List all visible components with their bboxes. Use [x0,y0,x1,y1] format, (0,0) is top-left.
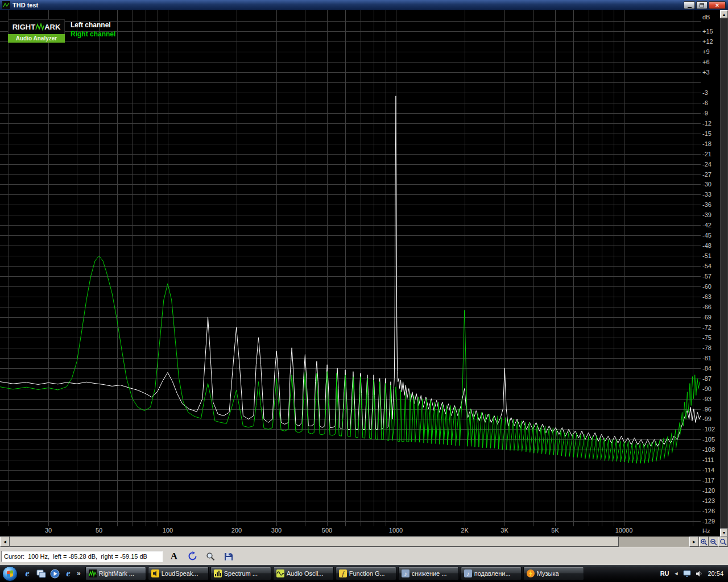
app-icon [2,1,10,9]
db-tick-label: -12 [702,120,712,127]
taskbar-button-spectrum[interactable]: Spectrum ... [210,567,271,580]
zoom-in-button[interactable] [699,537,709,547]
taskbar: e e » RightMark ...LoudSpeak...Spectrum … [0,565,728,582]
zoom-out-icon [710,538,717,546]
taskbar-button-loudspeaker[interactable]: LoudSpeak... [148,567,209,580]
cursor-readout: Cursor: 100 Hz, left = -85.28 dB, right … [1,551,163,562]
quick-launch-overflow-chevron[interactable]: » [77,569,81,577]
task-label: RightMark ... [99,570,134,577]
show-desktop-icon[interactable] [36,568,46,579]
horizontal-scrollbar-thumb[interactable] [10,537,619,547]
scroll-left-button[interactable]: ◄ [0,537,10,547]
db-tick-label: -54 [702,263,712,269]
zoom-tool-button[interactable] [204,550,217,563]
media-player-glyph [50,569,60,579]
taskbar-button-winamp[interactable]: Музыка [523,567,584,580]
minimize-button[interactable] [684,1,695,9]
zoom-reset-button[interactable] [718,537,728,547]
font-button-label: A [171,551,177,562]
freq-tick-label: 1000 [389,527,403,534]
horizontal-scrollbar[interactable] [10,537,689,547]
vertical-scrollbar[interactable]: ▲ ▼ [720,10,728,537]
show-desktop-glyph [36,569,46,578]
svg-text:♪: ♪ [404,571,407,577]
scroll-down-button[interactable]: ▼ [720,529,728,537]
db-tick-label: -126 [702,508,715,514]
quick-launch: e e » [22,568,81,579]
db-tick-label: +9 [702,48,710,55]
taskbar-button-oscilloscope[interactable]: Audio Oscil... [273,567,334,580]
db-tick-label: -102 [702,426,715,433]
zoom-out-button[interactable] [709,537,718,547]
legend: Left channel Right channel [71,20,115,39]
internet-explorer-icon-2[interactable]: e [63,568,73,579]
task-label: Function G... [349,570,385,577]
db-tick-label: -81 [702,355,712,361]
task-label: подавлени... [474,570,511,577]
task-label: LoudSpeak... [162,570,198,577]
horizontal-scroll-row: ◄ ► [0,537,728,547]
language-indicator[interactable]: RU [660,570,669,577]
minimize-icon [688,7,692,8]
titlebar[interactable]: THD test × [0,0,728,10]
db-tick-label: -111 [702,456,714,463]
frequency-axis: 305010020030050010002K3K5K10000 [0,526,701,537]
freq-tick-label: 30 [45,527,52,534]
taskbar-button-audiodoc[interactable]: ♪подавлени... [461,567,522,580]
db-tick-label: -24 [702,161,712,168]
rmaa-icon [89,569,97,577]
task-label: снижение ... [412,570,447,577]
clock[interactable]: 20:54 [708,570,723,577]
volume-icon[interactable] [696,570,703,577]
db-tick-label: -48 [702,242,712,249]
db-tick-label: -27 [702,171,712,178]
refresh-button[interactable] [185,550,199,563]
taskbar-button-funcgen[interactable]: fFunction G... [336,567,396,580]
task-label: Музыка [537,570,559,577]
svg-text:♪: ♪ [466,571,469,577]
legend-right-channel: Right channel [71,30,115,39]
loudspeaker-icon [151,569,159,577]
db-tick-label: -90 [702,385,712,392]
logo-subtitle: Audio Analyzer [8,34,65,43]
spectrum-plot[interactable]: 305010020030050010002K3K5K10000 RIGHT AR… [0,10,701,537]
db-tick-label: -45 [702,232,712,239]
spectrum-icon [214,569,222,577]
db-scale: dB +15+12+9+6+3-3-6-9-12-15-18-21-24-27-… [701,10,728,537]
legend-left-channel: Left channel [71,20,115,30]
db-tick-label: -87 [702,375,712,382]
close-button[interactable]: × [709,1,726,9]
freq-tick-label: 5K [551,527,559,534]
winamp-icon [527,569,535,577]
font-button[interactable]: A [167,550,181,563]
funcgen-icon: f [339,569,347,577]
spectrum-canvas[interactable] [0,10,701,526]
db-tick-label: -51 [702,252,712,259]
save-icon [224,552,233,561]
db-tick-label: -129 [702,518,715,525]
db-tick-label: -42 [702,222,712,228]
db-tick-label: -39 [702,211,712,218]
tray-icon-display[interactable] [683,570,691,577]
db-tick-label: -63 [702,293,712,300]
db-tick-label: -93 [702,396,712,402]
scroll-right-button[interactable]: ► [689,537,699,547]
media-player-icon[interactable] [49,568,60,579]
db-tick-label: -69 [702,314,712,321]
db-tick-label: -3 [702,89,708,96]
audiodoc-icon: ♪ [402,569,410,577]
maximize-button[interactable] [696,1,708,9]
scroll-up-button[interactable]: ▲ [720,10,728,18]
save-button[interactable] [222,550,235,563]
db-tick-label: -33 [702,191,712,198]
vertical-scrollbar-thumb[interactable] [720,18,728,529]
db-tick-label: -15 [702,130,712,137]
internet-explorer-icon[interactable]: e [22,568,32,579]
db-tick-label: -120 [702,487,715,494]
start-button[interactable] [2,566,18,581]
tray-collapse-icon[interactable]: ◄ [674,571,679,576]
taskbar-button-rmaa[interactable]: RightMark ... [85,567,146,580]
db-tick-label: -57 [702,273,712,280]
rightmark-logo: RIGHT ARK Audio Analyzer [8,19,65,43]
taskbar-button-audiodoc[interactable]: ♪снижение ... [398,567,459,580]
